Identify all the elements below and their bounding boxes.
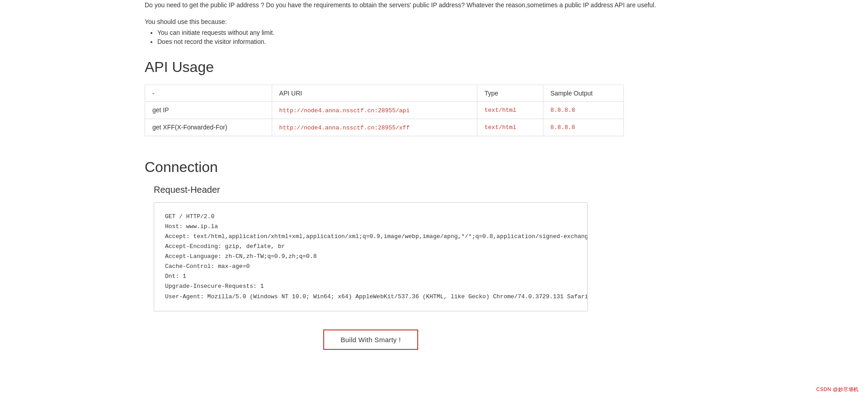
row1-name: get IP — [145, 101, 272, 119]
row1-sample: 8.8.8.8 — [543, 101, 623, 119]
bullet-list: You can initiate requests without any li… — [145, 29, 732, 45]
connection-title: Connection — [145, 159, 732, 176]
build-button[interactable]: Build With Smarty ! — [323, 329, 418, 350]
intro-paragraph1: Do you need to get the public IP address… — [145, 0, 732, 11]
row2-sample: 8.8.8.8 — [543, 119, 623, 136]
col-header-sample: Sample Output — [543, 85, 623, 101]
request-header-title: Request-Header — [154, 185, 732, 195]
content-area: Do you need to get the public IP address… — [127, 0, 760, 377]
col-header-name: - — [145, 85, 272, 101]
build-button-container: Build With Smarty ! — [154, 329, 588, 350]
table-row: get XFF(X-Forwarded-For) http://node4.an… — [145, 119, 624, 136]
row2-uri: http://node4.anna.nssctf.cn:28955/xff — [272, 119, 477, 136]
api-usage-title: API Usage — [145, 59, 732, 76]
row1-type: text/html — [477, 101, 543, 119]
row1-uri-link[interactable]: http://node4.anna.nssctf.cn:28955/api — [279, 107, 410, 114]
row2-type: text/html — [477, 119, 543, 136]
connection-section: Connection Request-Header GET / HTTP/2.0… — [145, 159, 732, 350]
row1-uri: http://node4.anna.nssctf.cn:28955/api — [272, 101, 477, 119]
table-row: get IP http://node4.anna.nssctf.cn:28955… — [145, 101, 624, 119]
row2-uri-link[interactable]: http://node4.anna.nssctf.cn:28955/xff — [279, 124, 410, 131]
bullet-item-1: You can initiate requests without any li… — [157, 29, 732, 36]
intro-paragraph2: You should use this because: — [145, 18, 732, 25]
bullet-item-2: Does not record the visitor information. — [157, 38, 732, 45]
col-header-uri: API URI — [272, 85, 477, 101]
code-block: GET / HTTP/2.0 Host: www.ip.la Accept: t… — [154, 202, 588, 311]
col-header-type: Type — [477, 85, 543, 101]
page-wrapper: Do you need to get the public IP address… — [0, 0, 868, 401]
row2-name: get XFF(X-Forwarded-For) — [145, 119, 272, 136]
csdn-watermark: CSDN @妙尽墙机 — [816, 386, 859, 393]
table-header-row: - API URI Type Sample Output — [145, 85, 624, 101]
api-table: - API URI Type Sample Output get IP http… — [145, 85, 624, 136]
